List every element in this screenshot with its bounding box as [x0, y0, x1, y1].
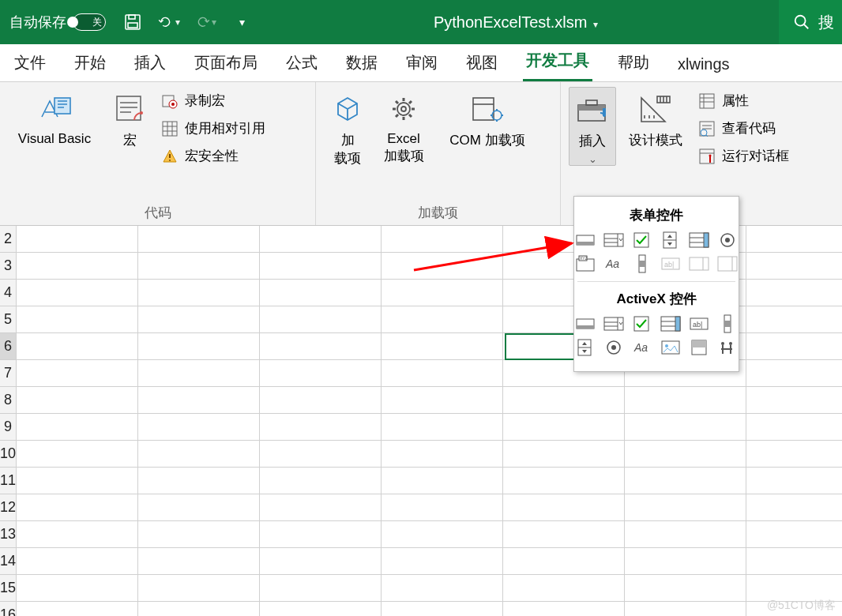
- row-headers: 2345678910111213141516: [0, 226, 17, 616]
- svg-line-24: [396, 101, 398, 103]
- redo-icon[interactable]: ▾: [194, 11, 216, 33]
- svg-point-110: [721, 342, 724, 345]
- file-name[interactable]: PythonExcelTest.xlsm ▾: [253, 13, 779, 32]
- design-mode-button[interactable]: 设计模式: [621, 87, 690, 149]
- properties-button[interactable]: 属性: [695, 90, 792, 111]
- form-controls-grid: XYZAaab|: [582, 231, 731, 278]
- qat-customize-icon[interactable]: ▾: [231, 11, 253, 33]
- svg-rect-100: [724, 321, 731, 327]
- control-textbox-icon[interactable]: ab|: [688, 314, 710, 333]
- svg-rect-46: [700, 94, 714, 108]
- autosave-switch[interactable]: 关: [73, 13, 106, 31]
- control-combo-icon[interactable]: [603, 314, 625, 333]
- control-option-icon[interactable]: [716, 231, 739, 250]
- svg-rect-65: [634, 233, 648, 247]
- excel-addins-button[interactable]: Excel 加载项: [376, 87, 431, 165]
- save-icon[interactable]: [122, 11, 144, 33]
- control-option-icon[interactable]: [603, 338, 625, 357]
- control-listbox-icon[interactable]: [660, 314, 682, 333]
- row-header[interactable]: 10: [0, 441, 17, 468]
- svg-rect-106: [662, 341, 679, 354]
- svg-rect-87: [577, 325, 594, 329]
- control-label-icon[interactable]: Aa: [631, 338, 653, 357]
- tab-file[interactable]: 文件: [11, 46, 49, 81]
- autosave-toggle[interactable]: 自动保存 关: [9, 13, 106, 32]
- tab-home[interactable]: 开始: [71, 46, 109, 81]
- row-header[interactable]: 15: [0, 575, 17, 602]
- control-spinner-icon[interactable]: [574, 338, 596, 357]
- warning-icon: [161, 148, 179, 165]
- tab-review[interactable]: 审阅: [403, 46, 441, 81]
- row-header[interactable]: 4: [0, 280, 17, 306]
- relative-ref-button[interactable]: 使用相对引用: [158, 118, 269, 139]
- row-header[interactable]: 13: [0, 521, 17, 548]
- record-icon: [161, 92, 179, 110]
- control-scrollbar-icon[interactable]: [716, 314, 739, 333]
- undo-icon[interactable]: ▾: [158, 11, 180, 33]
- tab-developer[interactable]: 开发工具: [523, 43, 592, 81]
- chevron-down-icon: ▾: [175, 17, 180, 28]
- control-button-icon[interactable]: [574, 314, 596, 333]
- run-dialog-button[interactable]: 运行对话框: [695, 145, 792, 167]
- record-macro-button[interactable]: 录制宏: [158, 90, 269, 111]
- visual-basic-button[interactable]: Visual Basic: [8, 87, 101, 147]
- addins-button[interactable]: 加 载项: [324, 87, 371, 167]
- svg-rect-84: [718, 257, 737, 271]
- control-textfield-icon: ab|: [660, 254, 682, 273]
- control-more-icon[interactable]: [716, 338, 739, 357]
- chevron-down-icon: ▾: [593, 19, 598, 30]
- control-combo2-icon: [688, 254, 710, 273]
- svg-rect-79: [639, 261, 645, 267]
- svg-rect-11: [163, 122, 177, 136]
- search-box[interactable]: 搜: [779, 0, 842, 44]
- svg-point-17: [169, 160, 171, 161]
- tab-layout[interactable]: 页面布局: [191, 46, 261, 81]
- view-code-button[interactable]: 查看代码: [695, 118, 792, 139]
- svg-point-18: [397, 103, 410, 115]
- row-header[interactable]: 5: [0, 306, 17, 333]
- control-groupbox-icon[interactable]: XYZ: [574, 254, 596, 273]
- tab-help[interactable]: 帮助: [615, 46, 652, 81]
- control-label-icon[interactable]: Aa: [603, 254, 625, 273]
- control-button-icon[interactable]: [574, 231, 596, 250]
- tab-xlwings[interactable]: xlwings: [675, 49, 733, 81]
- grid-icon: [161, 120, 179, 137]
- svg-line-25: [409, 115, 412, 117]
- control-image-icon[interactable]: [660, 338, 682, 357]
- row-header[interactable]: 12: [0, 494, 17, 521]
- macros-button[interactable]: 宏: [106, 87, 153, 149]
- insert-controls-panel: 表单控件 XYZAaab| ActiveX 控件 ab|Aa: [573, 196, 739, 372]
- run-dialog-icon: [698, 148, 716, 165]
- svg-line-26: [409, 101, 412, 103]
- control-checkbox-icon[interactable]: [631, 314, 653, 333]
- row-header[interactable]: 11: [0, 468, 17, 494]
- insert-controls-button[interactable]: 插入 ⌄: [569, 87, 616, 166]
- row-header[interactable]: 3: [0, 253, 17, 280]
- tab-view[interactable]: 视图: [463, 46, 501, 81]
- control-checkbox-icon[interactable]: [631, 231, 653, 250]
- row-header[interactable]: 2: [0, 226, 17, 253]
- row-header[interactable]: 9: [0, 414, 17, 441]
- com-addins-button[interactable]: COM 加载项: [436, 87, 539, 149]
- tab-formulas[interactable]: 公式: [283, 46, 321, 81]
- macro-security-button[interactable]: 宏安全性: [158, 145, 269, 167]
- svg-rect-60: [577, 242, 594, 245]
- row-header[interactable]: 6: [0, 333, 17, 360]
- activex-controls-heading: ActiveX 控件: [582, 287, 731, 314]
- control-scrollbar-icon[interactable]: [631, 254, 653, 273]
- control-toggle-icon[interactable]: [688, 338, 710, 357]
- watermark: @51CTO博客: [767, 599, 836, 613]
- svg-text:XYZ: XYZ: [580, 256, 588, 261]
- control-listbox-icon[interactable]: [688, 231, 710, 250]
- svg-point-7: [140, 111, 143, 115]
- row-header[interactable]: 16: [0, 602, 17, 616]
- row-header[interactable]: 14: [0, 548, 17, 575]
- toolbox-icon: [573, 91, 611, 129]
- tab-data[interactable]: 数据: [343, 46, 381, 81]
- addins-icon: [329, 90, 366, 128]
- control-combo-icon[interactable]: [603, 231, 625, 250]
- row-header[interactable]: 8: [0, 387, 17, 414]
- control-spinner-icon[interactable]: [660, 231, 682, 250]
- tab-insert[interactable]: 插入: [131, 46, 169, 81]
- row-header[interactable]: 7: [0, 360, 17, 387]
